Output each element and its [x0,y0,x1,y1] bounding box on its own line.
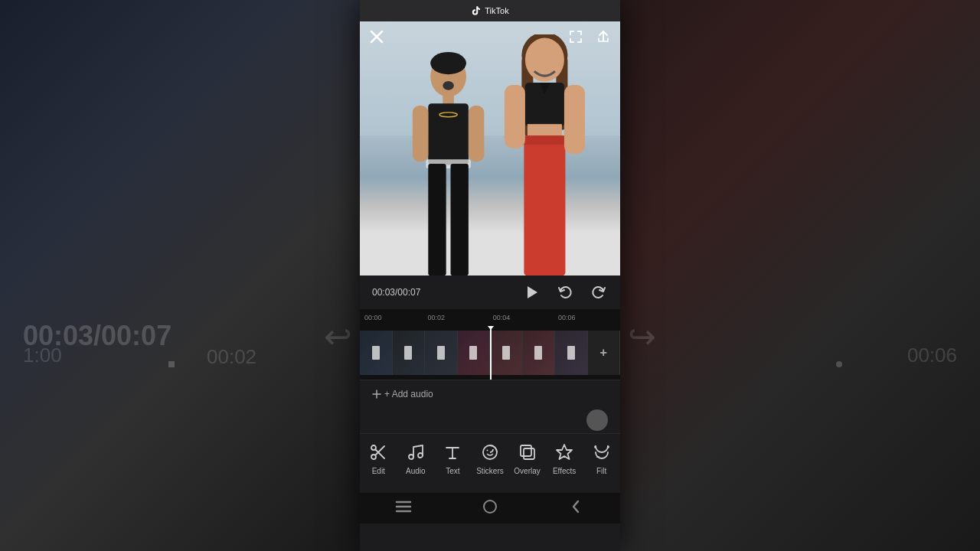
bg-time1: 1:00 [23,344,62,367]
edit-label: Edit [372,467,385,475]
bg-dot1 [168,361,175,367]
play-icon [524,285,539,300]
add-audio-button[interactable]: + Add audio [372,389,433,399]
tool-text[interactable]: Text [436,442,469,475]
redo-icon [591,285,606,300]
nav-home-button[interactable] [479,495,501,518]
tool-effects[interactable]: Effects [548,442,580,475]
bg-redo: ↪ [628,317,656,356]
text-type-icon [442,442,463,463]
app-header: TikTok [360,0,620,21]
home-circle-icon [482,499,498,514]
redo-button[interactable] [590,283,608,302]
add-frame-icon[interactable]: + [600,346,607,360]
plus-icon [372,390,381,399]
timeline-ruler: 00:00 00:02 00:04 00:06 [363,314,617,321]
bg-undo: ↩ [324,317,352,356]
svg-point-10 [443,81,454,90]
frame-marker-6 [534,346,542,360]
tick-2: 00:02 [420,314,453,321]
tiktok-brand-icon [471,5,482,16]
tick-4: 00:04 [485,314,518,321]
audio-tool-icon [407,443,425,461]
person-right [490,34,599,276]
film-frame-5 [490,331,523,375]
svg-rect-8 [413,106,428,161]
video-preview [360,21,620,276]
svg-point-38 [486,450,488,452]
playback-bar: 00:03/00:07 [360,276,620,309]
add-audio-label: + Add audio [384,389,433,399]
frame-marker-5 [502,346,510,360]
fullscreen-button[interactable] [567,28,585,46]
timeline-bar: 00:00 00:02 00:04 00:06 [360,309,620,326]
close-icon [370,30,384,44]
effects-tool-icon [555,443,573,461]
nav-bar [360,493,620,523]
filter-icon [591,442,612,463]
frame-marker-3 [437,346,445,360]
frame-marker-2 [404,346,412,360]
bg-right-panel: 00:06 ↪ [620,0,980,551]
tool-stickers[interactable]: Stickers [474,442,506,475]
video-top-right-controls [567,28,612,46]
overlay-label: Overlay [514,467,540,475]
tiktok-logo: TikTok [471,5,508,16]
scroll-indicator[interactable] [586,409,608,431]
undo-button[interactable] [556,283,574,302]
tick-3 [452,314,485,321]
bg-dot2 [836,361,842,367]
stickers-tool-icon [481,443,499,461]
frame-marker-4 [469,346,477,360]
video-content [360,21,620,276]
svg-rect-9 [469,106,484,161]
overlay-icon [517,442,538,463]
svg-rect-20 [564,85,585,154]
audio-label: Audio [406,467,426,475]
person-left-svg [399,52,498,276]
film-frame-1 [360,331,393,375]
play-button[interactable] [522,283,541,302]
bg-time2: 00:02 [207,345,256,369]
playhead [490,326,492,380]
svg-rect-39 [521,445,531,456]
edit-tool-icon [369,443,387,461]
svg-marker-41 [557,445,572,459]
filter-tool-icon [593,443,611,461]
filmstrip-area[interactable]: + [360,326,620,380]
overlay-tool-icon [518,443,537,461]
video-timestamp: 00:03/00:07 [372,287,420,298]
sticker-icon [479,442,501,463]
svg-point-32 [409,455,413,459]
text-tool-icon [443,443,462,461]
main-app: TikTok [360,0,620,551]
svg-rect-17 [524,135,565,276]
film-frame-7 [555,331,588,375]
scroll-area [360,407,620,433]
back-chevron-icon [570,498,583,515]
nav-back-button[interactable] [565,495,588,518]
nav-menu-button[interactable] [392,495,415,518]
filter-label: Filt [596,467,606,475]
effects-label: Effects [553,467,576,475]
bottom-toolbar: Edit Audio Text [360,433,620,493]
tool-edit[interactable]: Edit [362,442,394,475]
tool-audio[interactable]: Audio [400,442,432,475]
hamburger-icon [395,500,412,513]
svg-point-1 [430,52,466,74]
film-frame-8: + [588,331,621,375]
bg-left-panel: 00:03/00:07 1:00 00:02 ↩ [0,0,360,551]
tool-overlay[interactable]: Overlay [511,442,544,475]
stickers-label: Stickers [476,467,504,475]
tiktok-text: TikTok [485,6,508,15]
tool-filter[interactable]: Filt [586,442,618,475]
tick-1 [387,314,420,321]
add-audio-row: + Add audio [360,380,620,407]
svg-point-45 [484,500,496,513]
svg-rect-40 [524,448,534,459]
share-button[interactable] [594,28,612,46]
close-button[interactable] [368,28,386,46]
svg-rect-19 [505,85,525,148]
tick-6: 00:06 [550,314,583,321]
undo-icon [557,285,573,300]
